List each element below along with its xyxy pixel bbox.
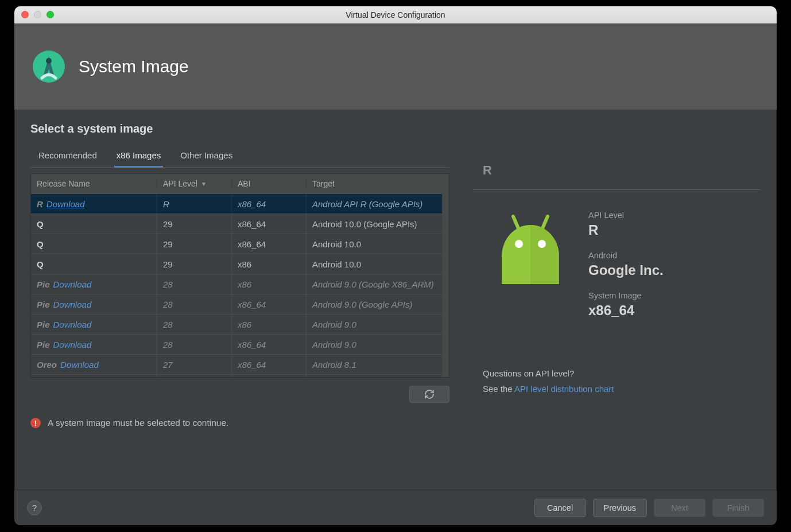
system-image-table: Release Name API Level▼ ABI Target RDown… [30,173,449,378]
dialog-window: Virtual Device Configuration System Imag… [14,6,777,525]
table-row[interactable]: Q29x86Android 10.0 [31,254,442,274]
cell-api: 29 [157,254,232,274]
cell-abi: x86_64 [232,234,307,254]
page-header: System Image [14,24,777,110]
cell-abi: x86_64 [232,214,307,234]
table-row[interactable]: PieDownload28x86_64Android 9.0 (Google A… [31,294,442,314]
cell-target: Android 9.0 (Google X86_ARM) [307,274,442,294]
cell-abi: x86_64 [232,335,307,354]
table-row[interactable]: Q29x86_64Android 10.0 [31,234,442,254]
svg-rect-5 [530,257,559,284]
release-name: Pie [37,279,50,289]
release-name: Pie [37,300,50,309]
col-abi[interactable]: ABI [232,179,307,188]
android-studio-logo-icon [32,49,66,84]
section-subtitle: Select a system image [30,122,761,135]
cell-api: 28 [157,294,232,314]
finish-button: Finish [712,499,764,517]
cell-api: R [157,194,232,213]
download-link[interactable]: Download [46,199,85,209]
svg-point-1 [46,58,52,64]
cell-abi: x86_64 [232,194,307,213]
cell-api: 29 [157,214,232,234]
release-name: Q [37,239,44,249]
refresh-button[interactable] [409,386,449,403]
dialog-footer: ? Cancel Previous Next Finish [14,490,777,525]
details-heading: R [472,163,761,190]
table-row [31,374,442,377]
details-pane: R [472,147,761,428]
api-level-value: R [588,222,664,238]
cell-target: Android 10.0 [307,234,442,254]
table-row[interactable]: OreoDownload27x86_64Android 8.1 [31,354,442,374]
tab-recommended[interactable]: Recommended [36,147,99,167]
cell-api: 29 [157,234,232,254]
details-list: API Level R Android Google Inc. System I… [588,211,664,331]
cell-target: Android 9.0 [307,314,442,334]
svg-point-6 [515,240,523,248]
table-row[interactable]: PieDownload28x86_64Android 9.0 [31,334,442,354]
cell-abi: x86_64 [232,294,307,314]
page-title: System Image [79,57,189,76]
col-target[interactable]: Target [307,179,449,188]
android-vendor-value: Google Inc. [588,262,664,278]
table-body: RDownloadRx86_64Android API R (Google AP… [31,193,449,377]
svg-point-7 [538,240,546,248]
cell-api: 28 [157,314,232,334]
warning-text: A system image must be selected to conti… [48,418,228,428]
previous-button[interactable]: Previous [593,499,647,517]
see-prefix: See the [483,384,514,394]
table-header-row: Release Name API Level▼ ABI Target [31,174,449,193]
help-button[interactable]: ? [27,500,42,515]
release-name: R [37,199,43,209]
cancel-button[interactable]: Cancel [534,499,586,517]
table-row[interactable]: RDownloadRx86_64Android API R (Google AP… [31,193,442,213]
cell-target: Android 10.0 [307,254,442,274]
download-link[interactable]: Download [60,360,99,370]
table-row[interactable]: PieDownload28x86Android 9.0 (Google X86_… [31,274,442,294]
next-button: Next [654,499,705,517]
cell-abi: x86_64 [232,355,307,374]
android-label: Android [588,251,664,260]
help-text: Questions on API level? See the API leve… [472,366,761,397]
left-pane: Recommendedx86 ImagesOther Images Releas… [30,147,449,428]
download-link[interactable]: Download [53,340,92,350]
validation-warning: ! A system image must be selected to con… [30,418,449,428]
download-link[interactable]: Download [53,279,92,289]
cell-target: Android 9.0 (Google APIs) [307,294,442,314]
system-image-value: x86_64 [588,302,664,319]
system-image-label: System Image [588,291,664,300]
cell-api: 27 [157,355,232,374]
table-row[interactable]: PieDownload28x86Android 9.0 [31,314,442,334]
tab-other-images[interactable]: Other Images [178,147,235,167]
cell-target: Android API R (Google APIs) [307,194,442,213]
distribution-chart-link[interactable]: API level distribution chart [514,384,614,394]
release-name: Oreo [37,360,57,370]
tab-x86-images[interactable]: x86 Images [114,147,164,168]
download-link[interactable]: Download [53,300,92,309]
release-name: Pie [37,340,50,350]
cell-target: Android 9.0 [307,335,442,354]
sort-desc-icon: ▼ [201,181,207,187]
col-api-level[interactable]: API Level▼ [157,179,232,188]
image-tabs: Recommendedx86 ImagesOther Images [30,147,449,168]
cell-api: 28 [157,335,232,354]
cell-abi: x86 [232,314,307,334]
download-link[interactable]: Download [53,320,92,329]
question-text: Questions on API level? [483,366,761,381]
android-robot-icon [493,211,568,291]
release-name: Pie [37,320,50,329]
window-title: Virtual Device Configuration [14,10,777,20]
table-row[interactable]: Q29x86_64Android 10.0 (Google APIs) [31,213,442,234]
cell-abi: x86 [232,274,307,294]
api-level-label: API Level [588,211,664,220]
cell-target: Android 8.1 [307,355,442,374]
refresh-icon [424,389,435,399]
page-body: Select a system image Recommendedx86 Ima… [14,110,777,490]
titlebar: Virtual Device Configuration [14,6,777,24]
col-release-name[interactable]: Release Name [31,179,157,188]
cell-target: Android 10.0 (Google APIs) [307,214,442,234]
cell-abi: x86 [232,254,307,274]
error-icon: ! [30,418,41,428]
cell-api: 28 [157,274,232,294]
